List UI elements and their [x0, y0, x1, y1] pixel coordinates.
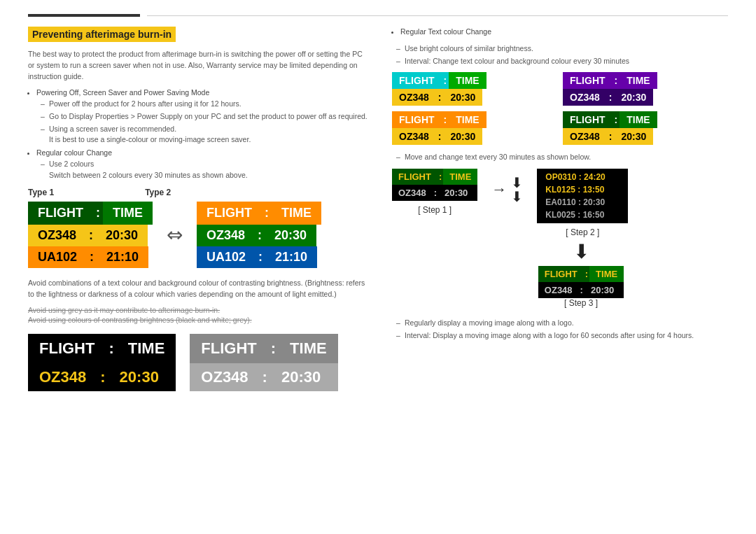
t1-r1-l: OZ348	[28, 225, 86, 246]
top-rule	[28, 14, 728, 17]
big-down-arrow-icon: ⬇	[573, 240, 589, 263]
mb-purple-hdr-sep: :	[612, 72, 620, 89]
t2-header-sep: :	[262, 202, 272, 225]
mb-cyan-hdr-sep: :	[442, 72, 449, 89]
mb-orange-hdr-flight: FLIGHT	[392, 111, 442, 128]
t1-r2-sep: :	[87, 246, 97, 268]
t2-r1-l: OZ348	[197, 225, 255, 246]
t2-header-time: TIME	[272, 202, 321, 225]
mb-purple-hdr-time: TIME	[620, 72, 657, 89]
t1-header-sep: :	[93, 202, 103, 225]
bottom-boards: FLIGHT : TIME OZ348 : 20:30 FLIGHT :	[28, 334, 371, 391]
s3-hdr-time: TIME	[589, 266, 624, 282]
step3-board: FLIGHT : TIME OZ348 : 20:30	[538, 266, 624, 298]
s1-hdr-time: TIME	[443, 169, 477, 185]
dash-1-1: Power off the product for 2 hours after …	[36, 99, 371, 110]
s3-data-sep: :	[579, 282, 584, 298]
mb-cyan-hdr-flight: FLIGHT	[392, 72, 442, 89]
t1-r2-l: UA102	[28, 246, 87, 268]
mb-purple-data-time: 20:30	[614, 89, 653, 106]
t1-r1-sep: :	[86, 225, 96, 246]
gb-data-sep: :	[260, 363, 270, 391]
step2-row-4: KL0025 : 16:50	[541, 209, 624, 221]
type-boards-row: FLIGHT : TIME OZ348 : 20:30 UA102 : 21:1…	[28, 202, 371, 268]
t1-header-time: TIME	[103, 202, 153, 225]
right-bullet-list: Regular Text colour Change	[392, 27, 728, 38]
dash-1-2: Go to Display Properties > Power Supply …	[36, 111, 371, 122]
mb-cyan-hdr-time: TIME	[449, 72, 486, 89]
t2-r1-r: 20:30	[265, 225, 316, 246]
step2-row-3: EA0110 : 20:30	[541, 196, 624, 209]
dash-1-3: Using a screen saver is recommended.It i…	[36, 124, 371, 146]
bb-data-time: 20:30	[108, 363, 170, 391]
type1-label: Type 1	[28, 188, 54, 197]
mb-purple-data-flight: OZ348	[563, 89, 607, 106]
swap-arrow-icon: ⇔	[167, 223, 183, 246]
step2-row-2: KL0125 : 13:50	[541, 183, 624, 196]
t2-r1-sep: :	[255, 225, 265, 246]
rule-light	[147, 15, 728, 16]
mb-green2-data-flight: OZ348	[563, 128, 607, 145]
section-title: Preventing afterimage burn-in	[28, 27, 176, 42]
step-arrows: → ⬇ ⬇	[491, 176, 523, 204]
s1-hdr-flight: FLIGHT	[392, 169, 438, 185]
mb-orange-data-sep: :	[436, 128, 444, 145]
bb-hdr-time: TIME	[117, 334, 176, 363]
strikethrough-1: Avoid using grey as it may contribute to…	[28, 306, 371, 314]
gb-hdr-sep: :	[268, 334, 279, 363]
bb-hdr-sep: :	[106, 334, 116, 363]
strikethrough-2: Avoid using colours of contrasting brigh…	[28, 316, 371, 324]
type2-board: FLIGHT : TIME OZ348 : 20:30 UA102 : 21:1…	[197, 202, 321, 268]
final-dash-1: Regularly display a moving image along w…	[392, 318, 728, 329]
avoid-text: Avoid combinations of a text colour and …	[28, 278, 371, 300]
bullet-item-2: Regular colour Change Use 2 coloursSwitc…	[36, 148, 371, 181]
step1-label: [ Step 1 ]	[418, 205, 451, 215]
step3-down-arrow: ⬇	[434, 240, 728, 263]
mb-orange-hdr-sep: :	[442, 111, 449, 128]
s1-data-flight: OZ348	[392, 185, 433, 201]
mini-board-green2: FLIGHT : TIME OZ348 : 20:30	[563, 111, 728, 145]
step3-area: FLIGHT : TIME OZ348 : 20:30 [ Step 3 ]	[434, 266, 728, 308]
t2-r2-l: UA102	[197, 246, 255, 268]
step2-row-1: OP0310 : 24:20	[541, 171, 624, 183]
gb-data-flight: OZ348	[190, 363, 259, 391]
t1-header-flight: FLIGHT	[28, 202, 93, 225]
t2-header-flight: FLIGHT	[197, 202, 262, 225]
s1-data-time: 20:30	[438, 185, 474, 201]
gb-hdr-flight: FLIGHT	[190, 334, 267, 363]
right-column: Regular Text colour Change Use bright co…	[392, 27, 728, 391]
step1-area: FLIGHT : TIME OZ348 : 20:30 [ Step 1 ]	[392, 169, 477, 215]
mb-green2-hdr-flight: FLIGHT	[563, 111, 612, 128]
type1-board: FLIGHT : TIME OZ348 : 20:30 UA102 : 21:1…	[28, 202, 153, 268]
right-dash-2: Interval: Change text colour and backgro…	[392, 56, 728, 67]
type2-label: Type 2	[145, 188, 171, 197]
mini-boards-grid: FLIGHT : TIME OZ348 : 20:30 FLIGHT :	[392, 72, 728, 145]
bullet-list: Powering Off, Screen Saver and Power Sav…	[28, 87, 371, 181]
mb-green2-hdr-sep: :	[612, 111, 620, 128]
mb-orange-data-time: 20:30	[443, 128, 482, 145]
arrow-right-icon: →	[491, 181, 507, 199]
bottom-board-black: FLIGHT : TIME OZ348 : 20:30	[28, 334, 176, 391]
step2-board: OP0310 : 24:20 KL0125 : 13:50 EA0110 : 2…	[537, 169, 628, 223]
gb-hdr-time: TIME	[279, 334, 338, 363]
t2-r2-sep: :	[255, 246, 265, 268]
s1-data-sep: :	[433, 185, 438, 201]
s3-hdr-sep: :	[584, 266, 589, 282]
intro-text: The best way to protect the product from…	[28, 49, 371, 82]
bottom-board-gray: FLIGHT : TIME OZ348 : 20:30	[190, 334, 337, 391]
bb-hdr-flight: FLIGHT	[28, 334, 106, 363]
down-arrows-icon: ⬇ ⬇	[511, 176, 523, 204]
bb-data-sep: :	[97, 363, 108, 391]
move-dash: Move and change text every 30 minutes as…	[392, 152, 728, 163]
bb-data-flight: OZ348	[28, 363, 97, 391]
mb-purple-hdr-flight: FLIGHT	[563, 72, 612, 89]
rule-dark	[28, 14, 140, 17]
mb-green2-data-sep: :	[607, 128, 615, 145]
page: Preventing afterimage burn-in The best w…	[0, 0, 756, 534]
step2-area: OP0310 : 24:20 KL0125 : 13:50 EA0110 : 2…	[537, 169, 628, 237]
right-dash-1: Use bright colours of similar brightness…	[392, 43, 728, 55]
steps-area: FLIGHT : TIME OZ348 : 20:30 [ Step 1 ]	[392, 169, 728, 237]
dash-2-1: Use 2 coloursSwitch between 2 colours ev…	[36, 159, 371, 181]
t1-r2-r: 21:10	[97, 246, 148, 268]
mini-board-purple: FLIGHT : TIME OZ348 : 20:30	[563, 72, 728, 106]
